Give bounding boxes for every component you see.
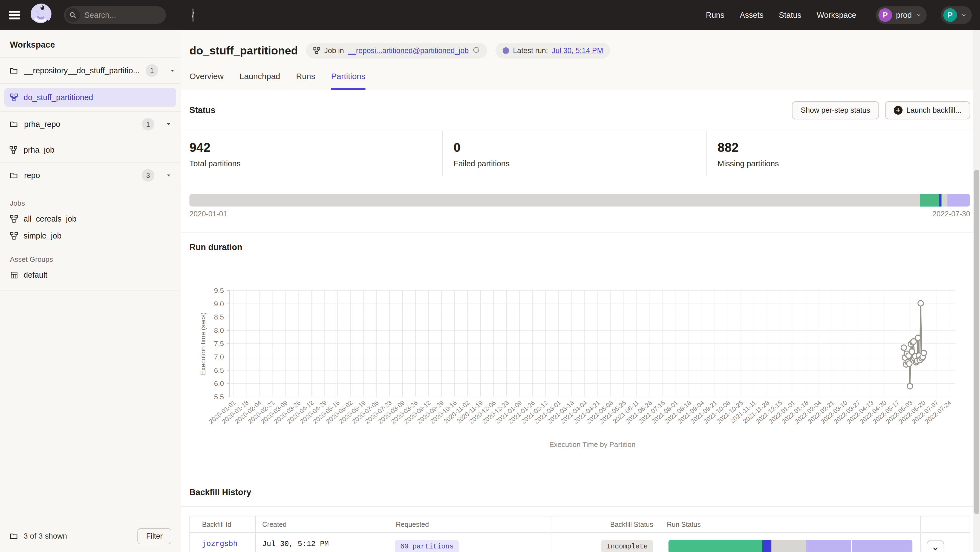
partition-stats: 942 Total partitions 0 Failed partitions… <box>189 131 970 176</box>
sidebar-title: Workspace <box>0 30 181 57</box>
sidebar-item-label: simple_job <box>24 232 62 240</box>
caret-down-icon[interactable] <box>166 121 171 127</box>
job-count-badge: 3 <box>142 169 154 182</box>
search-input[interactable] <box>80 11 192 20</box>
job-icon <box>10 232 18 240</box>
filter-button[interactable]: Filter <box>137 528 171 544</box>
top-nav: / Runs Assets Status Workspace P prod P <box>0 0 980 30</box>
tab-launchpad[interactable]: Launchpad <box>240 72 280 90</box>
show-per-step-status-button[interactable]: Show per-step status <box>792 101 879 119</box>
tab-partitions[interactable]: Partitions <box>331 72 366 90</box>
run-status-bar[interactable] <box>668 540 912 552</box>
caret-down-icon[interactable] <box>166 173 171 178</box>
search-icon <box>66 8 80 22</box>
backfill-history-table: Backfill Id Created Requested Backfill S… <box>189 516 970 552</box>
job-origin-chip: Job in __reposi...artitioned@partitioned… <box>306 43 487 59</box>
asset-groups-label: Asset Groups <box>0 255 181 264</box>
stat-total-partitions: 942 Total partitions <box>189 131 442 176</box>
col-created: Created <box>255 516 389 532</box>
col-expand <box>920 516 970 532</box>
execution-time-chart: 9.59.08.58.07.57.06.56.05.5Execution tim… <box>189 279 963 455</box>
partition-range-end: 2022-07-30 <box>932 210 970 218</box>
stat-label: Failed partitions <box>453 159 706 168</box>
latest-run-link[interactable]: Jul 30, 5:14 PM <box>552 46 603 55</box>
expand-row-button[interactable] <box>927 540 944 552</box>
sidebar-item-prha-repo[interactable]: prha_repo 1 <box>0 111 181 137</box>
stat-failed-partitions: 0 Failed partitions <box>442 131 706 176</box>
sidebar-item-repository-do-stuff[interactable]: __repository__do_stuff_partitio... 1 <box>0 57 181 83</box>
job-origin-link[interactable]: __reposi...artitioned@partitioned_job <box>348 46 469 55</box>
folder-icon <box>9 532 18 541</box>
partitions-status-section: Status Show per-step status + Launch bac… <box>181 90 980 552</box>
sidebar-item-prha-job[interactable]: prha_job <box>0 137 181 162</box>
launch-backfill-button[interactable]: + Launch backfill... <box>885 101 970 119</box>
job-tabs: Overview Launchpad Runs Partitions <box>189 72 970 90</box>
sidebar-item-repo[interactable]: repo 3 <box>0 162 181 188</box>
requested-partitions-chip[interactable]: 60 partitions <box>395 540 459 552</box>
col-backfill-status: Backfill Status <box>552 516 660 532</box>
refresh-icon[interactable] <box>473 47 480 54</box>
jobs-group-label: Jobs <box>0 199 181 208</box>
run-status-dot <box>503 47 509 54</box>
svg-text:6.5: 6.5 <box>214 366 224 374</box>
stat-value: 0 <box>453 140 706 155</box>
nav-link-status[interactable]: Status <box>779 11 801 20</box>
main-content: do_stuff_partitioned Job in __reposi...a… <box>181 30 980 552</box>
chevron-down-icon <box>916 12 922 18</box>
folder-icon <box>9 66 18 75</box>
folder-icon <box>9 171 18 180</box>
asset-group-icon <box>10 271 18 279</box>
main-scrollbar[interactable] <box>973 30 980 552</box>
job-count-badge: 1 <box>146 64 158 77</box>
run-duration-heading: Run duration <box>189 233 970 252</box>
sidebar-footer: 3 of 3 shown Filter <box>0 520 181 552</box>
chevron-down-icon <box>961 12 967 18</box>
nav-link-runs[interactable]: Runs <box>706 11 724 20</box>
job-icon <box>10 215 18 223</box>
sidebar-item-all-cereals-job[interactable]: all_cereals_job <box>0 210 181 227</box>
latest-run-chip: Latest run: Jul 30, 5:14 PM <box>495 43 610 59</box>
user-menu[interactable]: P <box>941 6 972 24</box>
sidebar-item-do-stuff-partitioned[interactable]: do_stuff_partitioned <box>5 88 176 107</box>
backfill-created: Jul 30, 5:12 PM <box>262 540 329 548</box>
deployment-switcher[interactable]: P prod <box>876 6 927 24</box>
svg-text:9.0: 9.0 <box>214 300 224 308</box>
nav-link-assets[interactable]: Assets <box>740 11 764 20</box>
sidebar-item-label: prha_repo <box>24 120 60 129</box>
col-run-status: Run Status <box>660 516 920 532</box>
sidebar-item-label: prha_job <box>24 146 54 155</box>
sidebar-jobs-group: Jobs all_cereals_job <box>0 199 181 244</box>
backfill-id-link[interactable]: jozrgsbh <box>202 540 238 548</box>
sidebar-item-simple-job[interactable]: simple_job <box>0 227 181 244</box>
chevron-down-icon <box>932 545 939 552</box>
sidebar-item-label: all_cereals_job <box>24 214 76 224</box>
repos-shown-count: 3 of 3 shown <box>24 532 67 541</box>
stat-label: Missing partitions <box>718 159 970 168</box>
stat-missing-partitions: 882 Missing partitions <box>706 131 970 176</box>
user-avatar: P <box>943 8 957 22</box>
stat-value: 882 <box>718 140 970 155</box>
sidebar-item-label: do_stuff_partitioned <box>24 93 93 102</box>
latest-run-prefix: Latest run: <box>513 46 548 55</box>
nav-link-workspace[interactable]: Workspace <box>816 11 856 20</box>
menu-icon[interactable] <box>8 10 21 21</box>
run-duration-chart: 9.59.08.58.07.57.06.56.05.5Execution tim… <box>189 279 970 455</box>
partition-status-bar[interactable] <box>189 194 970 206</box>
svg-text:Execution Time by Partition: Execution Time by Partition <box>549 440 635 449</box>
status-heading: Status <box>189 105 215 115</box>
sidebar-item-default-group[interactable]: default <box>0 266 181 283</box>
svg-text:7.0: 7.0 <box>214 353 224 361</box>
sidebar-item-label: default <box>24 271 47 279</box>
global-search[interactable]: / <box>64 6 166 24</box>
caret-down-icon[interactable] <box>170 68 175 73</box>
col-backfill-id: Backfill Id <box>190 516 255 532</box>
tab-runs[interactable]: Runs <box>296 72 315 90</box>
table-row: jozrgsbh Jul 30, 5:12 PM 60 partitions 2… <box>190 532 970 552</box>
workspace-sidebar: Workspace __repository__do_stuff_partiti… <box>0 30 181 552</box>
dagster-logo[interactable] <box>30 3 52 27</box>
svg-text:5.5: 5.5 <box>214 393 224 401</box>
deployment-avatar: P <box>878 8 892 22</box>
svg-text:8.5: 8.5 <box>214 313 224 321</box>
scrollbar-thumb[interactable] <box>974 170 979 514</box>
tab-overview[interactable]: Overview <box>189 72 224 90</box>
